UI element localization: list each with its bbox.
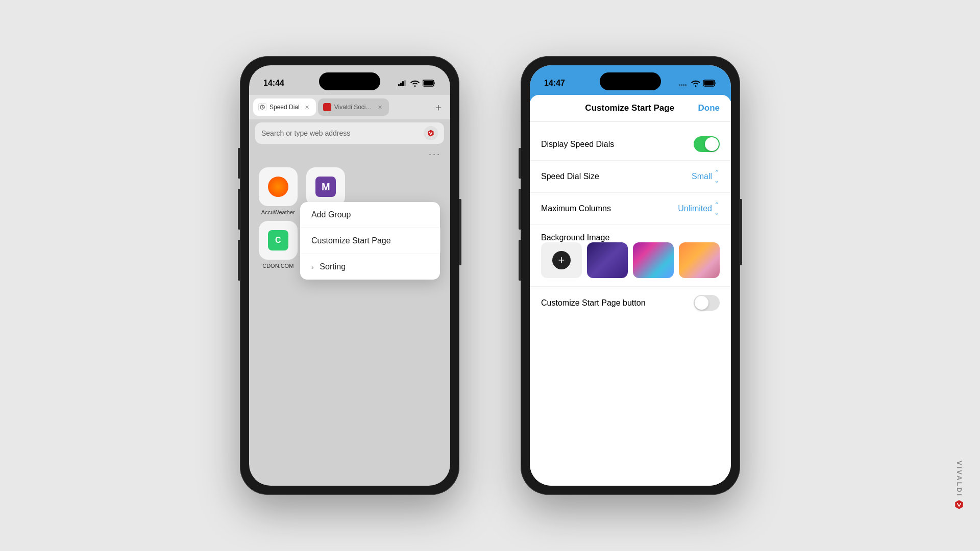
customize-button-toggle[interactable] [694, 295, 720, 311]
speed-dial-tab-icon [258, 103, 266, 111]
background-image-label: Background Image [541, 233, 609, 242]
customize-header: Customize Start Page Done [530, 95, 731, 122]
battery-icon-2 [703, 80, 717, 87]
max-columns-value[interactable]: Unlimited ⌃⌄ [678, 201, 720, 216]
speed-dial-icon [260, 105, 265, 110]
phone2-side-button-mute [519, 148, 521, 179]
customize-spacer [530, 122, 731, 128]
phone1-screen: 14:44 [249, 65, 450, 486]
menu-sorting[interactable]: › Sorting [300, 254, 440, 280]
vivaldi-address-icon [424, 126, 438, 140]
bg-colorful-option[interactable] [633, 242, 674, 278]
phone2-side-button-vol-down [519, 240, 521, 281]
svg-rect-0 [398, 84, 400, 86]
customize-button-label: Customize Start Page button [541, 298, 646, 308]
signal-icon [398, 80, 407, 86]
customize-title: Customize Start Page [585, 103, 674, 113]
max-columns-text: Unlimited [678, 204, 712, 213]
tab-bar-1: Speed Dial ✕ Vivaldi Socia... ✕ ＋ [249, 95, 450, 119]
status-icons-1 [398, 80, 436, 87]
address-text-1: Search or type web address [261, 129, 424, 137]
tab-vivaldi-social-close[interactable]: ✕ [377, 104, 384, 111]
speed-dial-cdon[interactable]: C CDON.COM [256, 221, 300, 269]
vivaldi-v-icon [427, 129, 435, 137]
wifi-icon [410, 80, 420, 87]
signal-icon-2 [679, 80, 688, 86]
customize-done-button[interactable]: Done [698, 103, 720, 113]
max-columns-chevron: ⌃⌄ [714, 201, 720, 216]
cdon-label: CDON.COM [262, 263, 293, 269]
customize-panel: Customize Start Page Done Display Speed … [530, 95, 731, 486]
address-bar-1[interactable]: Search or type web address [255, 122, 444, 144]
row-customize-button: Customize Start Page button [530, 287, 731, 319]
dynamic-island-2 [600, 72, 661, 90]
svg-rect-3 [404, 80, 406, 86]
status-time-1: 14:44 [263, 79, 284, 88]
svg-rect-9 [683, 84, 684, 86]
toggle-knob-off [695, 296, 708, 310]
speed-dial-size-value[interactable]: Small ⌃⌄ [692, 169, 720, 184]
background-images-container: + [541, 242, 720, 278]
sorting-chevron-icon: › [311, 263, 313, 271]
battery-icon [423, 80, 436, 87]
side-button-vol-down [238, 240, 240, 281]
phone-2: 14:47 [521, 56, 740, 495]
phone2-side-button-power [740, 199, 742, 265]
speed-dial-accuweather[interactable]: AccuWeather [256, 167, 300, 215]
vivaldi-icon-box: M [306, 167, 345, 206]
speed-dial-size-text: Small [692, 172, 712, 181]
vivaldi-m-icon: M [315, 177, 336, 197]
bg-add-circle-icon: + [552, 251, 571, 269]
row-max-columns: Maximum Columns Unlimited ⌃⌄ [530, 193, 731, 225]
wifi-icon-2 [691, 80, 700, 87]
svg-rect-12 [704, 81, 714, 86]
display-speed-dials-label: Display Speed Dials [541, 140, 614, 149]
side-button-vol-up [238, 189, 240, 230]
phone2-side-button-vol-up [519, 189, 521, 230]
tab-speed-dial[interactable]: Speed Dial ✕ [253, 98, 316, 116]
side-button-mute [238, 148, 240, 179]
status-icons-2 [679, 80, 717, 87]
menu-customize-start-page[interactable]: Customize Start Page [300, 228, 440, 254]
svg-rect-5 [424, 81, 433, 86]
tab-vivaldi-social[interactable]: Vivaldi Socia... ✕ [318, 98, 389, 116]
bg-warm-option[interactable] [679, 242, 720, 278]
row-speed-dial-size: Speed Dial Size Small ⌃⌄ [530, 161, 731, 193]
row-display-speed-dials: Display Speed Dials [530, 128, 731, 161]
speed-dial-size-chevron: ⌃⌄ [714, 169, 720, 184]
display-speed-dials-toggle[interactable] [694, 136, 720, 152]
vivaldi-watermark: VIVALDI [953, 461, 965, 510]
tab-add-button[interactable]: ＋ [431, 99, 446, 115]
context-menu: Add Group Customize Start Page › Sorting [300, 202, 440, 280]
max-columns-label: Maximum Columns [541, 204, 611, 213]
svg-rect-2 [402, 81, 404, 86]
cdon-icon: C [268, 230, 288, 251]
bg-add-button[interactable]: + [541, 242, 582, 278]
row-background-image: Background Image + [530, 225, 731, 287]
add-group-label: Add Group [311, 210, 351, 219]
svg-rect-7 [679, 84, 680, 86]
side-button-power [459, 199, 461, 265]
accuweather-icon [268, 177, 288, 197]
phones-container: 14:44 [240, 56, 740, 495]
phone-1: 14:44 [240, 56, 459, 495]
phone2-screen: 14:47 [530, 65, 731, 486]
dynamic-island-1 [319, 72, 380, 90]
accuweather-icon-box [259, 167, 298, 206]
bg-purple-option[interactable] [587, 242, 628, 278]
three-dots-menu[interactable]: ··· [429, 149, 441, 160]
speed-dial-size-label: Speed Dial Size [541, 172, 599, 181]
sorting-label: Sorting [320, 262, 346, 271]
accuweather-label: AccuWeather [261, 209, 295, 215]
tab-speed-dial-close[interactable]: ✕ [304, 104, 311, 111]
svg-rect-1 [400, 83, 402, 86]
toggle-knob-on [705, 137, 719, 151]
svg-rect-8 [681, 84, 682, 86]
status-time-2: 14:47 [544, 79, 565, 88]
cdon-icon-box: C [259, 221, 298, 260]
menu-add-group[interactable]: Add Group [300, 202, 440, 228]
tab-speed-dial-label: Speed Dial [270, 104, 300, 111]
tab-vivaldi-social-label: Vivaldi Socia... [334, 104, 373, 111]
vivaldi-brand-text: VIVALDI [955, 461, 963, 497]
vivaldi-logo-icon [953, 499, 965, 510]
